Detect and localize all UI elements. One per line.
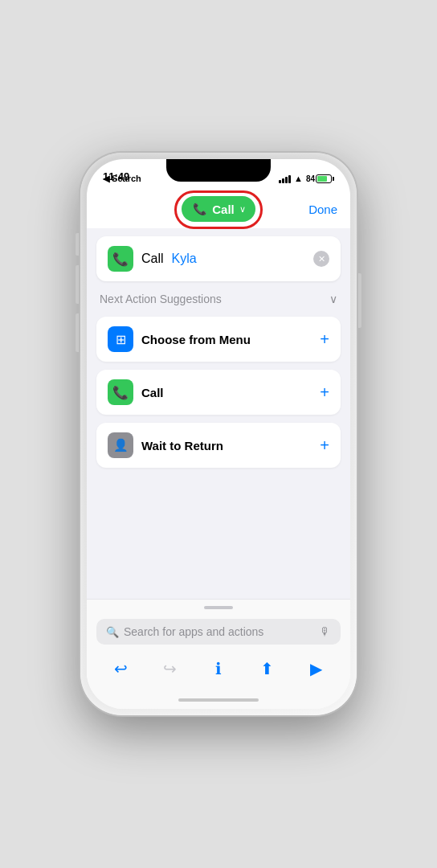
done-button[interactable]: Done — [308, 203, 337, 216]
call-suggestion-label: Call — [141, 386, 312, 399]
content-area: 📞 Call Kyla ✕ Next Action Suggestions ∨ … — [87, 228, 350, 599]
suggestion-item-choose-from-menu[interactable]: ⊞ Choose from Menu + — [96, 317, 341, 362]
search-icon: 🔍 — [106, 626, 119, 638]
forward-icon: ↪ — [163, 659, 177, 678]
wait-to-return-icon: 👤 — [108, 432, 133, 458]
add-wait-to-return-button[interactable]: + — [320, 436, 329, 455]
clear-button[interactable]: ✕ — [313, 251, 329, 267]
search-placeholder: Search for apps and actions — [124, 625, 315, 638]
action-label: Call — [141, 252, 164, 266]
nav-header: 📞 Call ∨ Done — [87, 191, 350, 228]
action-name: Kyla — [172, 252, 197, 266]
nav-title: Call — [212, 203, 235, 216]
back-icon: ↩ — [114, 659, 128, 678]
volume-up-button[interactable] — [76, 265, 79, 304]
bottom-panel: 🔍 Search for apps and actions 🎙 ↩ ↪ ℹ ⬆ — [87, 599, 350, 691]
toolbar: ↩ ↪ ℹ ⬆ ▶ — [96, 651, 341, 686]
wait-to-return-label: Wait to Return — [141, 439, 312, 452]
signal-icon — [279, 174, 291, 183]
suggestion-item-wait-to-return[interactable]: 👤 Wait to Return + — [96, 423, 341, 468]
power-button[interactable] — [358, 273, 361, 328]
home-indicator — [87, 691, 350, 709]
call-icon: 📞 — [108, 246, 133, 272]
notch — [166, 159, 271, 182]
phone-frame: ◀ Search ▲ 84 — [80, 153, 357, 715]
forward-button[interactable]: ↪ — [155, 654, 184, 683]
suggestions-chevron-icon[interactable]: ∨ — [329, 293, 337, 305]
nav-chevron-icon: ∨ — [239, 204, 246, 215]
play-icon: ▶ — [310, 659, 322, 678]
nav-title-pill[interactable]: 📞 Call ∨ — [182, 196, 255, 222]
play-button[interactable]: ▶ — [302, 654, 331, 683]
status-icons: ▲ 84 — [279, 174, 334, 183]
battery-icon: 84 — [306, 174, 334, 183]
mic-icon[interactable]: 🎙 — [320, 625, 331, 638]
choose-from-menu-icon: ⊞ — [108, 326, 133, 352]
drag-handle — [204, 606, 233, 609]
add-call-button[interactable]: + — [320, 383, 329, 402]
home-bar — [178, 698, 259, 702]
mute-button[interactable] — [76, 233, 79, 256]
info-button[interactable]: ℹ — [204, 654, 233, 683]
phone-icon: 📞 — [191, 201, 207, 217]
info-icon: ℹ — [215, 659, 222, 678]
back-button[interactable]: ↩ — [106, 654, 135, 683]
phone-screen: ◀ Search ▲ 84 — [87, 159, 350, 709]
add-choose-from-menu-button[interactable]: + — [320, 330, 329, 349]
status-time: 11:49 — [103, 169, 129, 183]
search-bar[interactable]: 🔍 Search for apps and actions 🎙 — [96, 619, 341, 645]
suggestions-title: Next Action Suggestions — [100, 293, 222, 305]
current-action-card[interactable]: 📞 Call Kyla ✕ — [96, 236, 341, 281]
share-icon: ⬆ — [260, 659, 274, 678]
call-suggestion-icon: 📞 — [108, 379, 133, 405]
share-button[interactable]: ⬆ — [253, 654, 282, 683]
volume-down-button[interactable] — [76, 313, 79, 352]
suggestions-header: Next Action Suggestions ∨ — [96, 289, 341, 309]
choose-from-menu-label: Choose from Menu — [141, 333, 312, 346]
suggestion-item-call[interactable]: 📞 Call + — [96, 370, 341, 415]
wifi-icon: ▲ — [294, 174, 303, 183]
